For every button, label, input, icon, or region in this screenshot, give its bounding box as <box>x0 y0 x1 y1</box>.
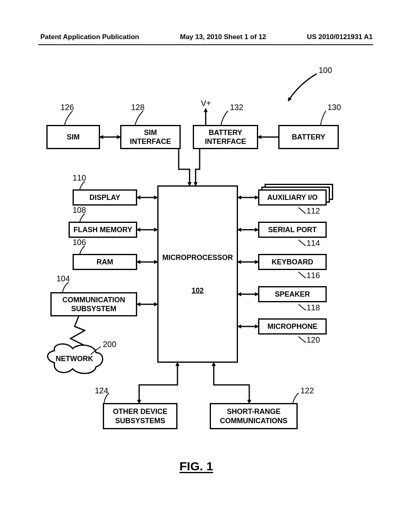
network-label: NETWORK <box>56 355 93 363</box>
microprocessor-ref: 102 <box>192 286 204 295</box>
block-other-device: OTHER DEVICE SUBSYSTEMS <box>103 403 177 429</box>
ref-battery-interface: 132 <box>230 103 243 112</box>
block-battery-interface: BATTERY INTERFACE <box>193 125 258 149</box>
ref-comm-subsystem: 104 <box>56 274 70 283</box>
block-speaker: SPEAKER <box>258 286 327 302</box>
ref-network: 200 <box>103 340 116 349</box>
block-ram: RAM <box>73 254 137 270</box>
vplus-label: V+ <box>201 99 211 108</box>
block-comm-subsystem: COMMUNICATION SUBSYSTEM <box>50 292 137 316</box>
microprocessor-label: MICROPROCESSOR <box>162 253 233 262</box>
sim-label: SIM <box>67 133 79 142</box>
ref-keyboard: 116 <box>307 271 320 280</box>
display-label: DISPLAY <box>90 193 120 202</box>
ref-microphone: 120 <box>307 335 320 345</box>
block-network: NETWORK <box>56 355 93 363</box>
battery-label: BATTERY <box>292 133 325 142</box>
block-microprocessor: MICROPROCESSOR 102 <box>157 185 238 363</box>
block-short-range: SHORT-RANGE COMMUNICATIONS <box>210 403 298 429</box>
keyboard-label: KEYBOARD <box>271 258 313 267</box>
ref-serial-port: 114 <box>307 239 320 248</box>
block-microphone: MICROPHONE <box>258 318 327 335</box>
serial-port-label: SERIAL PORT <box>268 225 317 235</box>
ref-sim-interface: 128 <box>131 103 144 112</box>
ref-speaker: 118 <box>307 303 320 312</box>
flash-memory-label: FLASH MEMORY <box>73 225 132 235</box>
sim-interface-label: SIM INTERFACE <box>130 128 171 146</box>
block-keyboard: KEYBOARD <box>258 254 327 270</box>
ref-ram: 106 <box>73 238 86 247</box>
ref-system: 100 <box>319 66 332 75</box>
battery-interface-label: BATTERY INTERFACE <box>205 128 246 146</box>
ref-battery: 130 <box>327 103 341 112</box>
ref-other-device: 124 <box>95 386 108 395</box>
block-flash-memory: FLASH MEMORY <box>69 222 137 238</box>
diagram-canvas: 100 V+ SIM 126 SIM INTERFACE 128 BATTERY… <box>0 0 413 532</box>
ram-label: RAM <box>97 258 113 267</box>
comm-subsystem-label: COMMUNICATION SUBSYSTEM <box>63 295 125 314</box>
ref-sim: 126 <box>60 103 74 112</box>
aux-io-label: AUXILIARY I/O <box>267 193 317 202</box>
speaker-label: SPEAKER <box>275 290 310 299</box>
block-serial-port: SERIAL PORT <box>258 222 327 238</box>
block-display: DISPLAY <box>73 189 137 206</box>
ref-aux-io: 112 <box>307 206 320 216</box>
microphone-label: MICROPHONE <box>267 322 317 331</box>
ref-flash-memory: 108 <box>73 206 86 215</box>
short-range-label: SHORT-RANGE COMMUNICATIONS <box>220 407 288 425</box>
block-sim: SIM <box>46 125 100 149</box>
other-device-label: OTHER DEVICE SUBSYSTEMS <box>113 407 167 425</box>
figure-caption: FIG. 1 <box>179 459 213 473</box>
ref-short-range: 122 <box>300 386 314 395</box>
block-aux-io: AUXILIARY I/O <box>258 189 327 206</box>
ref-display: 110 <box>73 173 86 183</box>
block-sim-interface: SIM INTERFACE <box>120 125 181 149</box>
block-battery: BATTERY <box>278 125 339 149</box>
